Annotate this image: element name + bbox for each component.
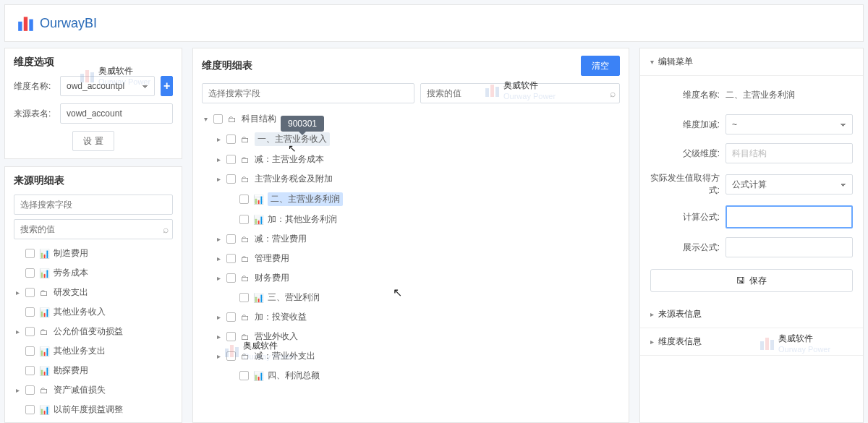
r-calc-input[interactable] <box>726 205 853 228</box>
tree-item[interactable]: ▸🗀研发支出 <box>14 283 173 302</box>
add-dimension-button[interactable]: + <box>161 76 173 96</box>
tree-item-label: 营业外收入 <box>255 330 298 343</box>
tree-item[interactable]: 📊二、主营业务利润 <box>202 189 620 210</box>
checkbox[interactable] <box>25 366 35 375</box>
topbar: OurwayBI <box>4 4 864 42</box>
r-method-label: 实际发生值取得方式: <box>650 172 726 197</box>
checkbox[interactable] <box>226 155 236 164</box>
center-search-field-input[interactable] <box>202 83 414 103</box>
checkbox[interactable] <box>213 114 223 124</box>
center-search-value-input[interactable] <box>420 83 620 103</box>
tree-item[interactable]: ▸🗀营业外收入 <box>202 327 620 346</box>
tree-item[interactable]: ▸🗀加：投资收益 <box>202 307 620 327</box>
dim-name-select[interactable]: owd_accountpl <box>60 76 155 96</box>
tree-item-label: 三、营业利润 <box>268 291 320 304</box>
src-table-input[interactable] <box>60 103 173 124</box>
checkbox[interactable] <box>25 268 35 278</box>
dimension-detail-title: 维度明细表 <box>202 59 252 72</box>
caret-icon: ▸ <box>14 289 21 296</box>
app-logo: OurwayBI <box>17 14 97 33</box>
checkbox[interactable] <box>25 249 35 258</box>
r-method-select[interactable]: 公式计算 <box>726 174 853 195</box>
tree-item[interactable]: 📊其他业务收入 <box>14 302 173 322</box>
checkbox[interactable] <box>25 288 35 297</box>
folder-icon: 🗀 <box>39 288 49 298</box>
dimension-tree: ▾🗀科目结构▸🗀一、主营业务收入▸🗀减：主营业务成本▸🗀主营业务税金及附加📊二、… <box>202 109 620 385</box>
accordion-dim-info[interactable]: ▸维度表信息 <box>640 328 863 356</box>
chart-icon: 📊 <box>253 371 263 381</box>
src-table-label: 来源表名: <box>14 108 54 120</box>
checkbox[interactable] <box>25 327 35 336</box>
folder-icon: 🗀 <box>240 134 250 145</box>
folder-icon: 🗀 <box>240 174 250 184</box>
tree-item[interactable]: ▸🗀减：主营业务成本 <box>202 150 620 169</box>
app-name: OurwayBI <box>40 16 97 31</box>
checkbox[interactable] <box>239 293 249 302</box>
tree-item-label: 减：主营业务成本 <box>255 153 324 166</box>
checkbox[interactable] <box>239 195 249 204</box>
caret-icon: ▸ <box>14 386 21 394</box>
tree-item[interactable]: 📊勘探费用 <box>14 361 173 380</box>
svg-rect-0 <box>18 22 22 31</box>
left-search-value-input[interactable] <box>14 219 173 239</box>
tree-item-label: 加：投资收益 <box>255 311 307 323</box>
tree-item-label: 减：营业费用 <box>255 233 307 245</box>
svg-rect-2 <box>29 20 33 31</box>
tree-item[interactable]: ▸🗀管理费用 <box>202 249 620 268</box>
checkbox[interactable] <box>25 385 35 395</box>
r-parent-label: 父级维度: <box>650 148 726 160</box>
checkbox[interactable] <box>25 346 35 356</box>
tree-item[interactable]: 📊加：其他业务利润 <box>202 210 620 229</box>
chevron-right-icon: ▸ <box>650 338 654 346</box>
chart-icon: 📊 <box>253 215 263 225</box>
checkbox[interactable] <box>226 332 236 341</box>
folder-icon: 🗀 <box>227 114 237 124</box>
settings-button[interactable]: 设 置 <box>72 131 114 151</box>
tree-item[interactable]: ▸🗀资产减值损失 <box>14 380 173 400</box>
checkbox[interactable] <box>226 134 236 144</box>
tree-item[interactable]: 📊四、利润总额 <box>202 366 620 385</box>
clear-button[interactable]: 清空 <box>581 56 620 76</box>
checkbox[interactable] <box>226 254 236 263</box>
checkbox[interactable] <box>226 312 236 322</box>
checkbox[interactable] <box>25 405 35 414</box>
tree-item-label: 其他业务支出 <box>54 345 106 357</box>
tree-item[interactable]: ▸🗀一、主营业务收入 <box>202 129 620 150</box>
tree-item-label: 研发支出 <box>54 286 88 299</box>
checkbox[interactable] <box>226 234 236 244</box>
checkbox[interactable] <box>239 371 249 380</box>
search-icon[interactable]: ⌕ <box>610 87 616 99</box>
tree-item[interactable]: ▾🗀科目结构 <box>202 109 620 129</box>
caret-icon: ▸ <box>215 274 222 282</box>
tree-item[interactable]: 📊劳务成本 <box>14 263 173 283</box>
tree-item[interactable]: ▸🗀财务费用 <box>202 268 620 288</box>
tree-item[interactable]: ▸🗀减：营业外支出 <box>202 346 620 366</box>
tree-item-label: 加：其他业务利润 <box>268 213 337 226</box>
search-icon[interactable]: ⌕ <box>163 223 169 235</box>
caret-icon: ▸ <box>215 313 222 321</box>
folder-icon: 🗀 <box>240 234 250 244</box>
left-search-field-input[interactable] <box>14 195 173 215</box>
tree-item[interactable]: ▸🗀主营业务税金及附加 <box>202 169 620 189</box>
chart-icon: 📊 <box>253 195 263 205</box>
tree-item[interactable]: 📊制造费用 <box>14 244 173 263</box>
checkbox[interactable] <box>226 273 236 283</box>
accordion-edit-menu[interactable]: ▾编辑菜单 <box>640 48 863 76</box>
tree-item-label: 一、主营业务收入 <box>255 132 330 146</box>
checkbox[interactable] <box>226 174 236 184</box>
dimension-options-panel: 维度选项 维度名称: owd_accountpl + 来源表名: 设 置 <box>4 48 182 159</box>
r-show-input[interactable] <box>726 237 853 257</box>
tree-item[interactable]: 📊以前年度损益调整 <box>14 400 173 419</box>
tree-item[interactable]: ▸🗀公允价值变动损益 <box>14 322 173 341</box>
folder-icon: 🗀 <box>240 312 250 322</box>
checkbox[interactable] <box>226 351 236 361</box>
checkbox[interactable] <box>239 215 249 224</box>
tree-item[interactable]: ▸🗀减：营业费用 <box>202 229 620 249</box>
checkbox[interactable] <box>25 307 35 317</box>
r-parent-input[interactable] <box>726 143 853 163</box>
tree-item[interactable]: 📊三、营业利润 <box>202 288 620 307</box>
tree-item[interactable]: 📊其他业务支出 <box>14 341 173 361</box>
save-button[interactable]: 🖫保存 <box>650 269 853 292</box>
r-dim-op-select[interactable]: ~ <box>726 114 853 134</box>
accordion-source-info[interactable]: ▸来源表信息 <box>640 301 863 328</box>
